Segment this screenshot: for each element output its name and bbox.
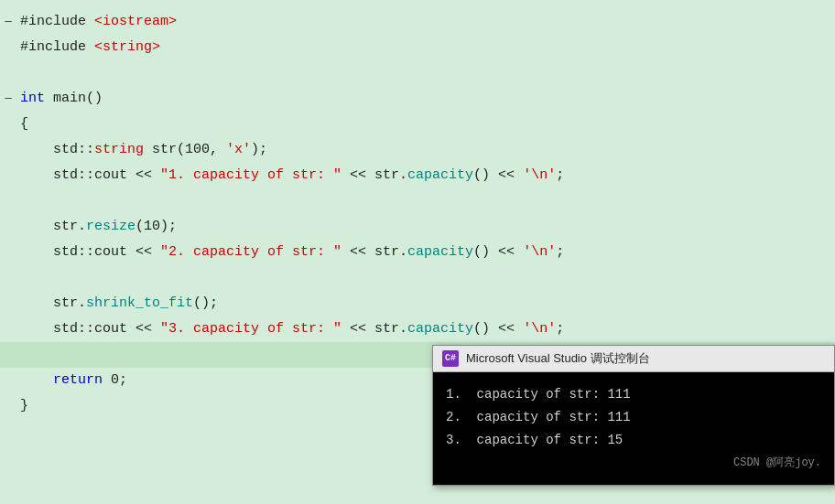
code-line: —#include <iostream> — [0, 9, 835, 35]
code-line: { — [0, 112, 835, 137]
line-content — [16, 61, 28, 85]
console-titlebar: C# Microsoft Visual Studio 调试控制台 — [433, 346, 834, 372]
line-content: std::cout << "2. capacity of str: " << s… — [16, 241, 564, 264]
console-body: 1. capacity of str: 1112. capacity of st… — [433, 372, 834, 485]
code-line: str.shrink_to_fit(); — [0, 291, 835, 316]
line-content: str.shrink_to_fit(); — [16, 292, 218, 316]
console-output-line: 2. capacity of str: 111 — [446, 406, 821, 429]
line-content: { — [16, 113, 28, 136]
code-line: #include <string> — [0, 35, 835, 60]
line-content: #include <string> — [16, 36, 160, 59]
code-line — [0, 60, 835, 86]
console-output-line: 3. capacity of str: 15 — [446, 429, 821, 452]
code-line: std::cout << "3. capacity of str: " << s… — [0, 316, 835, 342]
line-marker: — — [0, 13, 16, 31]
editor-area: —#include <iostream>#include <string> —i… — [0, 0, 835, 504]
line-content: } — [16, 394, 28, 418]
console-title: Microsoft Visual Studio 调试控制台 — [466, 350, 650, 367]
line-content — [16, 266, 28, 290]
line-content: std::cout << "3. capacity of str: " << s… — [16, 317, 564, 341]
line-content — [16, 343, 28, 367]
line-content: #include <iostream> — [16, 10, 177, 34]
line-content: int main() — [16, 87, 103, 111]
code-line: std::string str(100, 'x'); — [0, 137, 835, 163]
code-line — [0, 265, 835, 291]
console-output-line: 1. capacity of str: 111 — [446, 383, 821, 406]
line-content: str.resize(10); — [16, 215, 177, 239]
console-attribution: CSDN @阿亮joy. — [446, 452, 821, 474]
line-content: std::string str(100, 'x'); — [16, 138, 267, 162]
line-content: std::cout << "1. capacity of str: " << s… — [16, 164, 564, 188]
code-line — [0, 188, 835, 214]
code-line: str.resize(10); — [0, 214, 835, 240]
console-icon: C# — [442, 350, 459, 367]
line-marker: — — [0, 90, 16, 108]
line-content — [16, 189, 28, 213]
console-overlay: C# Microsoft Visual Studio 调试控制台 1. capa… — [432, 345, 835, 486]
console-icon-text: C# — [445, 353, 456, 363]
code-line: std::cout << "1. capacity of str: " << s… — [0, 163, 835, 188]
line-content: return 0; — [16, 369, 127, 392]
code-line: std::cout << "2. capacity of str: " << s… — [0, 240, 835, 265]
code-line: —int main() — [0, 86, 835, 112]
